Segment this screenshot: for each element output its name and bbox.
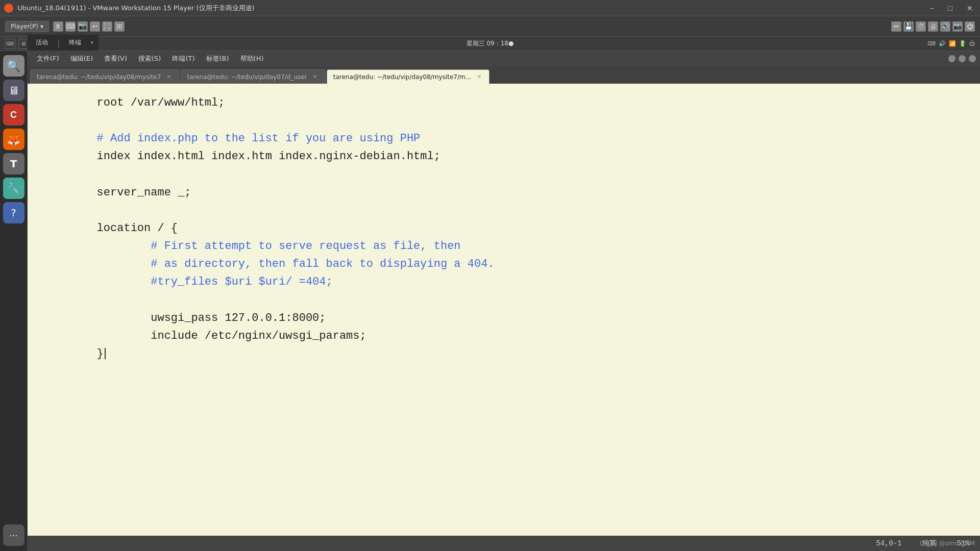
tabs-bar: tarena@tedu: ~/tedu/vip/day08/mysite7 ✕ … [28, 66, 980, 84]
code-content-3: # Add index.php to the list if you are u… [43, 130, 420, 147]
network-icon[interactable]: ↔ [891, 21, 901, 32]
revert-icon[interactable]: ↩ [90, 21, 100, 32]
titlebar-left: Ubuntu_18.04(1911) - VMware Workstation … [4, 4, 255, 13]
sidebar-item-files[interactable]: 🖥 [3, 80, 24, 101]
disk-icon[interactable]: 💾 [903, 21, 914, 32]
menu-help[interactable]: 帮助(H) [235, 53, 269, 65]
cursor-position: 54,0-1 [876, 539, 901, 547]
titlebar-controls: − □ ✕ [926, 3, 976, 13]
code-line-9: # First attempt to serve request as file… [43, 237, 980, 255]
cursor [105, 348, 106, 359]
monitor-icon[interactable]: 🖥 [18, 39, 29, 49]
window-dot-3 [969, 55, 976, 62]
code-line-7 [43, 202, 980, 219]
code-content-11: #try_files $uri $uri/ =404; [43, 273, 333, 291]
menu-view[interactable]: 查看(V) [99, 53, 132, 65]
left-sidebar: 🔍 🖥 C 🦊 T 🔧 ? ⋯ [0, 51, 28, 551]
sidebar-item-chrome[interactable]: C [3, 104, 24, 126]
tab-2-label: tarena@tedu: ~/tedu/vip/day08/mysite7/m.… [333, 73, 471, 81]
code-content-8: location / { [43, 219, 178, 237]
code-line-12 [43, 291, 980, 309]
toolbar: Player(P) ▾ ⏸ ⌨ 📷 ↩ ⛶ ⊞ ↔ 💾 ⏱ 🖨 🔊 📷 ⏻ [0, 16, 980, 37]
volume-icon: 🔊 [939, 40, 946, 47]
statusbar-bottom: 54,0-1 纯英 51% [28, 536, 980, 551]
network-status-icon: 📶 [949, 40, 956, 47]
code-content-10: # as directory, then fall back to displa… [43, 255, 495, 273]
printer-icon[interactable]: 🖨 [928, 21, 938, 32]
code-line-6: server_name _; [43, 184, 980, 202]
code-line-11: #try_files $uri $uri/ =404; [43, 273, 980, 291]
window-dot-1 [948, 55, 955, 62]
tab-2-close[interactable]: ✕ [475, 73, 483, 81]
code-line-8: location / { [43, 219, 980, 237]
titlebar: Ubuntu_18.04(1911) - VMware Workstation … [0, 0, 980, 16]
pause-icon[interactable]: ⏸ [53, 21, 63, 32]
code-line-13: uwsgi_pass 127.0.0.1:8000; [43, 309, 980, 327]
sidebar-item-help[interactable]: ? [3, 202, 24, 223]
speaker-icon[interactable]: 🔊 [940, 21, 950, 32]
clock-icon[interactable]: ⏱ [916, 21, 926, 32]
menu-bar: 文件(F) 编辑(E) 查看(V) 搜索(S) 终端(T) 标签(B) 帮助(H… [28, 51, 980, 66]
sidebar-item-text-editor[interactable]: T [3, 153, 24, 174]
tab-1-label: tarena@tedu: ~/tedu/vip/day07/d_user [187, 73, 307, 81]
fullscreen-icon[interactable]: ⛶ [102, 21, 112, 32]
sidebar-item-tools[interactable]: 🔧 [3, 178, 24, 199]
tab-1-close[interactable]: ✕ [311, 73, 318, 81]
power-icon[interactable]: ⏻ [965, 21, 975, 32]
code-content-1: root /var/www/html; [43, 94, 225, 112]
editor-area[interactable]: root /var/www/html; # Add index.php to t… [28, 84, 980, 536]
top-status-bar: ⌨ 🖥 星期三 09：18● ⌨ 🔊 📶 🔋 ⏻ [0, 37, 980, 51]
tab-1[interactable]: tarena@tedu: ~/tedu/vip/day07/d_user ✕ [181, 69, 326, 84]
clock-display: 星期三 09：18● [467, 39, 514, 48]
chevron-down-icon: ▾ [40, 23, 43, 30]
minimize-button[interactable]: − [926, 3, 937, 13]
menu-terminal[interactable]: 终端(T) [167, 53, 200, 65]
power-settings-icon: ⏻ [969, 40, 975, 47]
tab-0[interactable]: tarena@tedu: ~/tedu/vip/day08/mysite7 ✕ [30, 69, 180, 84]
battery-icon: 🔋 [959, 40, 966, 47]
send-ctrlaltdel-icon[interactable]: ⌨ [65, 21, 76, 32]
code-content-13: uwsgi_pass 127.0.0.1:8000; [43, 309, 326, 327]
toolbar-right-icons: ↔ 💾 ⏱ 🖨 🔊 📷 ⏻ [891, 21, 975, 32]
menu-file[interactable]: 文件(F) [32, 53, 64, 65]
code-content-4: index index.html index.htm index.nginx-d… [43, 147, 440, 165]
code-line-5 [43, 166, 980, 184]
code-content-14: include /etc/nginx/uwsgi_params; [43, 327, 366, 345]
code-line-10: # as directory, then fall back to displa… [43, 255, 980, 273]
snapshot-icon[interactable]: 📷 [78, 21, 88, 32]
window-dot-2 [959, 55, 966, 62]
code-content-6: server_name _; [43, 184, 191, 202]
menu-search[interactable]: 搜索(S) [133, 53, 166, 65]
toolbar-icon-group: ⏸ ⌨ 📷 ↩ ⛶ ⊞ [53, 21, 125, 32]
code-line-2 [43, 112, 980, 130]
tab-0-close[interactable]: ✕ [165, 73, 173, 81]
tab-2[interactable]: tarena@tedu: ~/tedu/vip/day08/mysite7/m.… [327, 69, 490, 84]
window-title: Ubuntu_18.04(1911) - VMware Workstation … [17, 4, 255, 13]
activities-button[interactable]: 活动 [33, 37, 51, 48]
dropdown-arrow: ▾ [90, 39, 93, 46]
terminal-button[interactable]: 终端 [66, 37, 84, 48]
sidebar-item-apps[interactable]: ⋯ [3, 524, 24, 546]
code-content-15: } [43, 345, 104, 363]
code-line-1: root /var/www/html; [43, 94, 980, 112]
player-menu-button[interactable]: Player(P) ▾ [5, 21, 49, 32]
code-line-14: include /etc/nginx/uwsgi_params; [43, 327, 980, 345]
sidebar-item-search[interactable]: 🔍 [3, 55, 24, 77]
menu-tabs[interactable]: 标签(B) [201, 53, 234, 65]
unity-icon[interactable]: ⊞ [114, 21, 125, 32]
webcam-icon[interactable]: 📷 [952, 21, 963, 32]
keyboard-icon[interactable]: ⌨ [5, 39, 15, 49]
terminal-window: 文件(F) 编辑(E) 查看(V) 搜索(S) 终端(T) 标签(B) 帮助(H… [28, 51, 980, 551]
top-left-icons: ⌨ 🖥 [5, 39, 29, 49]
maximize-button[interactable]: □ [945, 3, 955, 13]
menu-edit[interactable]: 编辑(E) [65, 53, 98, 65]
code-line-4: index index.html index.htm index.nginx-d… [43, 147, 980, 165]
watermark: CSDN @amingMM [920, 540, 975, 547]
code-line-3: # Add index.php to the list if you are u… [43, 130, 980, 147]
code-line-15: } [43, 345, 980, 363]
keyboard-layout-icon: ⌨ [927, 40, 936, 47]
sidebar-item-firefox[interactable]: 🦊 [3, 129, 24, 150]
code-content-9: # First attempt to serve request as file… [43, 237, 461, 255]
close-button[interactable]: ✕ [964, 3, 976, 13]
top-right-icons: ⌨ 🔊 📶 🔋 ⏻ [927, 40, 975, 47]
